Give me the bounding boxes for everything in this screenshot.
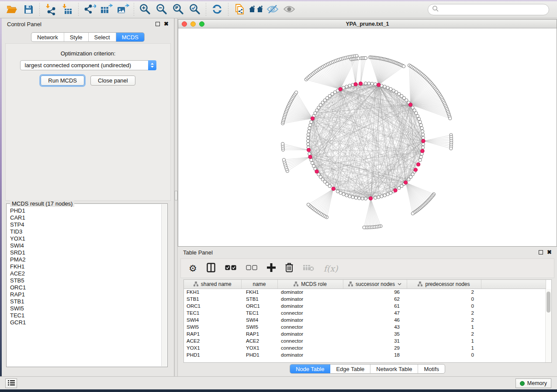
mcds-node-item[interactable]: SWI5 xyxy=(10,305,162,312)
refresh-icon xyxy=(211,3,223,17)
mcds-node-item[interactable]: SWI4 xyxy=(10,242,162,249)
mcds-node-item[interactable]: ORC1 xyxy=(10,284,162,291)
control-panel-tabs: NetworkStyleSelectMCDS xyxy=(31,32,145,42)
export-network-button[interactable] xyxy=(81,3,98,17)
zoom-selected-icon xyxy=(189,3,201,17)
unselect-all-columns-button[interactable] xyxy=(246,262,257,275)
create-column-button[interactable] xyxy=(267,262,276,275)
tab-network-table[interactable]: Network Table xyxy=(370,364,418,373)
zoom-in-button[interactable] xyxy=(137,3,153,17)
table-row[interactable]: SWI4SWI4dominator462 xyxy=(184,316,546,323)
mcds-node-item[interactable]: YOX1 xyxy=(10,235,162,242)
mcds-list-scrollbar[interactable] xyxy=(161,204,167,366)
checked-boxes-icon xyxy=(225,265,236,272)
tab-network[interactable]: Network xyxy=(31,33,64,41)
tab-node-table[interactable]: Node Table xyxy=(290,364,331,373)
network-window-title: YPA_prune.txt_1 xyxy=(178,21,557,27)
tab-style[interactable]: Style xyxy=(64,33,89,41)
column-header-predecessor-nodes[interactable]: predecessor nodes xyxy=(407,280,481,289)
open-folder-button[interactable] xyxy=(3,3,20,17)
zoom-out-button[interactable] xyxy=(153,3,170,17)
mcds-node-item[interactable]: FKH1 xyxy=(10,263,162,270)
show-columns-button[interactable] xyxy=(207,262,215,275)
zoom-selected-button[interactable] xyxy=(187,3,203,17)
mcds-node-item[interactable]: TID3 xyxy=(10,228,162,235)
column-header-successor-nodes[interactable]: successor nodes xyxy=(343,280,407,289)
close-panel-icon[interactable]: ✖ xyxy=(547,250,552,254)
first-neighbors-button[interactable] xyxy=(248,3,264,17)
table-row[interactable]: YOX1YOX1connector291 xyxy=(184,344,546,351)
import-network-button[interactable] xyxy=(42,3,59,17)
mcds-node-item[interactable]: STB1 xyxy=(10,298,162,305)
table-row[interactable]: TEC1TEC1connector472 xyxy=(184,309,546,316)
mcds-node-item[interactable]: PHD1 xyxy=(10,207,162,214)
table-scrollbar-thumb[interactable] xyxy=(547,292,550,313)
copy-network-style-button[interactable] xyxy=(231,3,248,17)
tab-motifs[interactable]: Motifs xyxy=(418,364,445,373)
mcds-node-item[interactable]: STP4 xyxy=(10,221,162,228)
mcds-result-list[interactable]: PHD1CAR1STP4TID3YOX1SWI4SRD1PMA2FKH1ACE2… xyxy=(7,207,162,366)
mcds-node-item[interactable]: GCR1 xyxy=(10,319,162,326)
function-builder-button[interactable]: f(x) xyxy=(324,262,338,275)
criterion-dropdown[interactable]: largest connected component (undirected) xyxy=(20,60,156,70)
tab-mcds[interactable]: MCDS xyxy=(116,33,144,41)
control-panel-title: Control Panel xyxy=(7,21,42,28)
network-graph-canvas[interactable] xyxy=(178,28,557,246)
toolbar-separator xyxy=(39,3,40,16)
table-scrollbar[interactable] xyxy=(545,289,551,362)
toolbar-separator xyxy=(206,3,206,16)
mcds-node-item[interactable]: STB5 xyxy=(10,277,162,284)
mcds-node-item[interactable]: TEC1 xyxy=(10,312,162,319)
mcds-node-item[interactable]: SRD1 xyxy=(10,249,162,256)
network-window: YPA_prune.txt_1 xyxy=(178,19,557,247)
divider-handle[interactable] xyxy=(175,191,177,200)
search-input[interactable] xyxy=(439,7,545,13)
run-mcds-button[interactable]: Run MCDS xyxy=(41,76,84,86)
search-box[interactable] xyxy=(428,4,549,15)
column-header-shared-name[interactable]: shared name xyxy=(184,280,241,289)
split-divider[interactable] xyxy=(174,18,178,376)
show-networks-list-button[interactable] xyxy=(5,378,17,388)
zoom-fit-button[interactable] xyxy=(170,3,187,17)
delete-column-button[interactable] xyxy=(285,262,293,275)
mcds-node-item[interactable]: ACE2 xyxy=(10,270,162,277)
mcds-result-box: MCDS result (17 nodes) PHD1CAR1STP4TID3Y… xyxy=(6,203,168,367)
refresh-button[interactable] xyxy=(209,3,225,17)
select-all-columns-button[interactable] xyxy=(225,262,236,275)
table-row[interactable]: SWI5SWI5connector431 xyxy=(184,323,546,330)
import-table-button[interactable] xyxy=(59,3,76,17)
gear-icon: ⚙ xyxy=(189,264,197,273)
delete-table-button[interactable] xyxy=(303,262,314,275)
close-panel-icon[interactable]: ✖ xyxy=(164,22,169,26)
float-panel-icon[interactable] xyxy=(539,250,543,254)
tab-edge-table[interactable]: Edge Table xyxy=(330,364,370,373)
tab-select[interactable]: Select xyxy=(89,33,116,41)
dropdown-stepper-icon xyxy=(148,60,156,70)
float-panel-icon[interactable] xyxy=(156,22,160,26)
column-header-name[interactable]: name xyxy=(241,280,277,289)
close-panel-button[interactable]: Close panel xyxy=(90,76,135,86)
export-table-button[interactable] xyxy=(98,3,114,17)
delete-table-icon xyxy=(303,264,314,272)
mcds-node-item[interactable]: RAP1 xyxy=(10,291,162,298)
table-row[interactable]: ACE2ACE2connector311 xyxy=(184,337,546,344)
mcds-node-item[interactable]: PMA2 xyxy=(10,256,162,263)
column-header-MCDS-role[interactable]: MCDS role xyxy=(277,280,343,289)
criterion-value: largest connected component (undirected) xyxy=(21,62,148,69)
network-window-titlebar[interactable]: YPA_prune.txt_1 xyxy=(178,20,557,28)
save-button[interactable] xyxy=(20,3,37,17)
table-row[interactable]: ORC1ORC1dominator610 xyxy=(184,303,546,309)
memory-button[interactable]: Memory xyxy=(515,378,551,388)
list-icon xyxy=(8,380,15,387)
export-image-button[interactable] xyxy=(114,3,131,17)
desktop-wallpaper-bottom xyxy=(0,389,557,392)
table-row[interactable]: STB1STB1dominator620 xyxy=(184,296,546,303)
table-row[interactable]: FKH1FKH1dominator962 xyxy=(184,289,546,296)
status-bar: Memory xyxy=(0,376,557,389)
table-row[interactable]: PHD1PHD1dominator180 xyxy=(184,351,546,358)
show-all-button[interactable] xyxy=(281,3,298,17)
table-settings-button[interactable]: ⚙ xyxy=(189,262,197,275)
mcds-node-item[interactable]: CAR1 xyxy=(10,214,162,221)
hide-selected-button[interactable] xyxy=(264,3,281,17)
table-row[interactable]: RAP1RAP1dominator352 xyxy=(184,330,546,337)
